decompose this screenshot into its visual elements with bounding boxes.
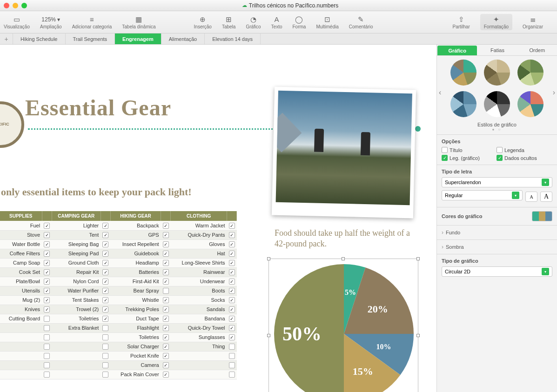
table-header[interactable]: SUPPLIES <box>0 211 42 221</box>
checkbox[interactable]: ✓ <box>229 279 235 285</box>
checkbox[interactable]: ✓ <box>163 260 169 266</box>
toolbar-tabela-button[interactable]: ⊞Tabela <box>222 15 235 29</box>
table-checkbox-cell[interactable]: ✓ <box>101 305 110 314</box>
table-cell[interactable] <box>0 370 42 379</box>
checkbox[interactable] <box>229 362 235 368</box>
table-cell[interactable]: Headlamp <box>110 258 161 267</box>
table-cell[interactable]: Sleeping Pad <box>52 249 101 258</box>
gear-table[interactable]: SUPPLIESCAMPING GEARHIKING GEARCLOTHINGF… <box>0 211 237 379</box>
hiking-photo[interactable] <box>272 87 416 219</box>
table-cell[interactable]: Utensils <box>0 286 42 295</box>
table-checkbox-cell[interactable]: ✓ <box>227 323 237 332</box>
toolbar-comentário-button[interactable]: ✎Comentário <box>349 15 373 29</box>
table-checkbox-cell[interactable]: ✓ <box>101 221 110 230</box>
chart-type-select[interactable]: Circular 2D▾ <box>442 266 552 277</box>
checkbox[interactable]: ✓ <box>102 232 108 238</box>
styles-prev-button[interactable]: ‹ <box>439 88 441 97</box>
table-row[interactable]: Toiletries✓Sunglasses✓ <box>0 332 237 342</box>
toolbar-partilhar-button[interactable]: ⇧Partilhar <box>452 15 470 29</box>
table-row[interactable]: Fuel✓Lighter✓Backpack✓Warm Jacket✓ <box>0 221 237 230</box>
sheet-tab-engrenagem[interactable]: Engrenagem <box>115 33 161 44</box>
table-row[interactable]: Cook Set✓Repair Kit✓Batteries✓Rainwear✓ <box>0 267 237 277</box>
table-checkbox-cell[interactable]: ✓ <box>101 267 110 277</box>
table-cell[interactable]: Trowel (2) <box>52 305 101 314</box>
checkbox[interactable] <box>44 334 50 340</box>
decrease-font-button[interactable]: A <box>525 192 537 202</box>
table-cell[interactable]: Bandana <box>171 314 227 323</box>
table-cell[interactable]: Socks <box>171 295 227 305</box>
table-header[interactable]: CLOTHING <box>171 211 227 221</box>
checkbox[interactable] <box>102 372 108 378</box>
table-cell[interactable]: Tent <box>52 230 101 239</box>
toolbar-organizar-button[interactable]: ≣Organizar <box>523 15 543 29</box>
option-dados-ocultos[interactable]: ✓Dados ocultos <box>497 155 547 161</box>
table-cell[interactable]: Cutting Board <box>0 314 42 323</box>
checkbox[interactable] <box>44 362 50 368</box>
table-cell[interactable]: Boots <box>171 286 227 295</box>
table-cell[interactable]: Cook Set <box>0 267 42 277</box>
table-cell[interactable]: Insect Repellent <box>110 239 161 249</box>
option-legenda[interactable]: Legenda <box>497 147 547 153</box>
table-checkbox-cell[interactable]: ✓ <box>227 267 237 277</box>
background-disclosure[interactable]: Fundo <box>437 225 557 239</box>
checkbox[interactable]: ✓ <box>163 223 169 229</box>
selection-handle[interactable] <box>416 334 420 337</box>
pie-chart[interactable]: 5%20%10%15%50% Editar referências de dad… <box>268 259 418 392</box>
table-cell[interactable]: Solar Charger <box>110 342 161 351</box>
table-checkbox-cell[interactable]: ✓ <box>227 332 237 342</box>
table-checkbox-cell[interactable]: ✓ <box>42 305 52 314</box>
option-leg-gr-fico-[interactable]: ✓Leg. (gráfico) <box>442 155 492 161</box>
checkbox[interactable]: ✓ <box>163 372 169 378</box>
spreadsheet-canvas[interactable]: PACIFIC Essential Gear only essential it… <box>0 45 436 392</box>
checkbox[interactable]: ✓ <box>102 297 108 303</box>
checkbox[interactable]: ✓ <box>44 260 50 266</box>
add-sheet-button[interactable]: + <box>0 33 13 44</box>
checkbox[interactable]: ✓ <box>229 232 235 238</box>
checkbox[interactable] <box>102 344 108 350</box>
checkbox[interactable]: ✓ <box>442 155 448 161</box>
toolbar-visualização-button[interactable]: ▭Visualização <box>4 15 30 29</box>
table-checkbox-cell[interactable]: ✓ <box>161 305 171 314</box>
table-checkbox-cell[interactable]: ✓ <box>161 249 171 258</box>
table-cell[interactable] <box>0 332 42 342</box>
checkbox[interactable]: ✓ <box>163 269 169 275</box>
table-cell[interactable]: Whistle <box>110 295 161 305</box>
table-cell[interactable]: Mug (2) <box>0 295 42 305</box>
checkbox[interactable]: ✓ <box>497 155 503 161</box>
table-cell[interactable]: Toiletries <box>52 314 101 323</box>
checkbox[interactable]: ✓ <box>163 232 169 238</box>
checkbox[interactable]: ✓ <box>102 260 108 266</box>
table-cell[interactable]: Gloves <box>171 239 227 249</box>
table-checkbox-cell[interactable]: ✓ <box>227 221 237 230</box>
sheet-tab-alimentação[interactable]: Alimentação <box>161 33 205 44</box>
increase-font-button[interactable]: A <box>540 192 552 202</box>
table-row[interactable]: Solar Charger✓Thing <box>0 342 237 351</box>
table-cell[interactable]: Stove <box>0 230 42 239</box>
table-cell[interactable]: Quick-Dry Pants <box>171 230 227 239</box>
table-checkbox-cell[interactable] <box>161 286 171 295</box>
table-checkbox-cell[interactable]: ✓ <box>227 230 237 239</box>
table-checkbox-cell[interactable]: ✓ <box>227 239 237 249</box>
table-cell[interactable]: GPS <box>110 230 161 239</box>
option-t-tulo[interactable]: Título <box>442 147 492 153</box>
toolbar-adicionar-categoria-button[interactable]: ≡Adicionar categoria <box>72 15 112 29</box>
table-cell[interactable] <box>0 360 42 370</box>
table-cell[interactable] <box>171 351 227 360</box>
table-cell[interactable]: Bear Spray <box>110 286 161 295</box>
table-checkbox-cell[interactable] <box>101 323 110 332</box>
toolbar-multimédia-button[interactable]: ⊡Multimédia <box>316 15 338 29</box>
table-checkbox-cell[interactable] <box>101 351 110 360</box>
table-cell[interactable] <box>0 351 42 360</box>
table-cell[interactable]: Backpack <box>110 221 161 230</box>
table-checkbox-cell[interactable]: ✓ <box>161 221 171 230</box>
table-row[interactable]: Plate/Bowl✓Nylon Cord✓First-Aid Kit✓Unde… <box>0 277 237 286</box>
table-checkbox-cell[interactable]: ✓ <box>161 332 171 342</box>
chart-style-thumbnail[interactable] <box>450 60 476 86</box>
checkbox[interactable] <box>44 325 50 331</box>
checkbox[interactable]: ✓ <box>229 288 235 294</box>
table-checkbox-cell[interactable] <box>101 342 110 351</box>
checkbox[interactable]: ✓ <box>163 279 169 285</box>
table-checkbox-cell[interactable]: ✓ <box>101 314 110 323</box>
table-checkbox-cell[interactable]: ✓ <box>161 267 171 277</box>
table-cell[interactable]: Hat <box>171 249 227 258</box>
